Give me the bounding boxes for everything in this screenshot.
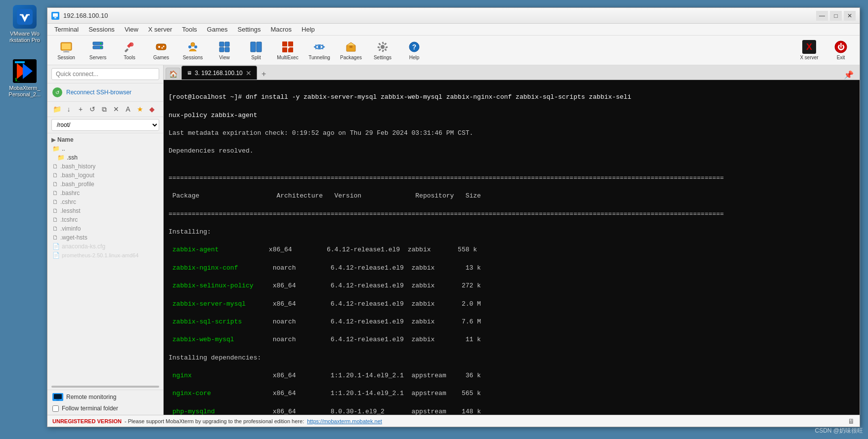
- terminal-line: ========================================…: [169, 174, 855, 183]
- terminal-line: Dependencies resolved.: [169, 147, 855, 156]
- toolbar-servers[interactable]: Servers: [83, 38, 113, 63]
- list-item[interactable]: 🗋 .bash_logout: [47, 171, 163, 180]
- follow-terminal: Follow terminal folder: [52, 405, 158, 412]
- toolbar-sessions[interactable]: Sessions: [178, 38, 208, 63]
- close-button[interactable]: ✕: [844, 11, 856, 21]
- svg-point-23: [162, 47, 163, 49]
- help-icon: ?: [407, 40, 421, 54]
- exit-icon: ⏻: [834, 40, 848, 54]
- remote-monitoring-label: Remote monitoring: [66, 394, 116, 400]
- maximize-button[interactable]: □: [830, 11, 842, 21]
- menu-terminal[interactable]: Terminal: [49, 25, 84, 34]
- list-item[interactable]: 🗋 .bash_history: [47, 162, 163, 171]
- reconnect-ssh-browser[interactable]: ↺ Reconnect SSH-browser: [47, 83, 163, 102]
- toolbar-settings[interactable]: Settings: [368, 38, 397, 63]
- vmware-icon-img: [13, 5, 37, 29]
- terminal-content[interactable]: [root@localhost ~]# dnf install -y zabbi…: [164, 80, 860, 415]
- list-item[interactable]: 📄 prometheus-2.50.1.linux-amd64: [47, 251, 163, 260]
- toolbar-exit[interactable]: ⏻ Exit: [826, 38, 856, 63]
- list-item[interactable]: 🗋 .bash_profile: [47, 180, 163, 189]
- toolbar-split[interactable]: Split: [241, 38, 271, 63]
- minimize-button[interactable]: —: [816, 11, 828, 21]
- remote-monitoring[interactable]: Remote monitoring: [52, 393, 158, 401]
- svg-rect-33: [282, 41, 287, 46]
- copy-icon[interactable]: ⧉: [99, 104, 110, 115]
- file-path-select[interactable]: /root/: [51, 119, 159, 131]
- download-icon[interactable]: ↓: [63, 104, 74, 115]
- terminal-line: ========================================…: [169, 210, 855, 219]
- terminal-line: Installing:: [169, 228, 855, 237]
- reconnect-label: Reconnect SSH-browser: [66, 89, 131, 96]
- terminal-line: zabbix-nginx-conf noarch 6.4.12-release1…: [169, 264, 855, 273]
- svg-rect-51: [54, 394, 62, 399]
- menu-tools[interactable]: Tools: [177, 25, 202, 34]
- sidebar-scrollbar[interactable]: [51, 386, 159, 388]
- status-message: - Please support MobaXterm by upgrading …: [125, 418, 304, 424]
- title-bar-controls: — □ ✕: [816, 11, 856, 21]
- mobaxterm-icon[interactable]: $_ MobaXterm_ Personal_2...: [5, 59, 44, 98]
- list-item[interactable]: 🗋 .cshrc: [47, 198, 163, 206]
- quick-connect-input[interactable]: [51, 68, 159, 80]
- vmware-icon[interactable]: VMware Wo rkstation Pro: [5, 5, 44, 43]
- toolbar-session[interactable]: Session: [51, 38, 81, 63]
- list-item[interactable]: 🗋 .viminfo: [47, 224, 163, 233]
- list-item[interactable]: 🗋 .lesshst: [47, 206, 163, 215]
- terminal-line: zabbix-server-mysql x86_64 6.4.12-releas…: [169, 300, 855, 309]
- terminal-line: zabbix-sql-scripts noarch 6.4.12-release…: [169, 318, 855, 326]
- tab-close-button[interactable]: ✕: [246, 69, 252, 77]
- list-item[interactable]: 🗋 .tcshrc: [47, 215, 163, 224]
- xserver-icon: X: [802, 40, 816, 54]
- toolbar-right: X X server ⏻ Exit: [794, 38, 856, 63]
- toolbar-games[interactable]: Games: [146, 38, 176, 63]
- terminal-line: [root@localhost ~]# dnf install -y zabbi…: [169, 93, 855, 102]
- list-item[interactable]: 🗋 .wget-hsts: [47, 233, 163, 242]
- list-item[interactable]: 📁 ..: [47, 144, 163, 153]
- menu-view[interactable]: View: [120, 25, 143, 34]
- svg-point-24: [191, 42, 195, 46]
- list-item[interactable]: 🗋 .bashrc: [47, 189, 163, 198]
- toolbar-help[interactable]: ? Help: [399, 38, 429, 63]
- status-unregistered: UNREGISTERED VERSION: [52, 418, 122, 424]
- svg-rect-7: [53, 13, 58, 17]
- menu-games[interactable]: Games: [202, 25, 233, 34]
- tab-home-button[interactable]: 🏠: [166, 68, 180, 80]
- menu-xserver[interactable]: X server: [143, 25, 177, 34]
- delete-icon[interactable]: ✕: [111, 104, 122, 115]
- menu-help[interactable]: Help: [297, 25, 320, 34]
- pin-icon[interactable]: ◆: [146, 104, 157, 115]
- toolbar-packages[interactable]: Packages: [336, 38, 366, 63]
- status-link[interactable]: https://mobaxterm.mobatek.net: [307, 418, 382, 424]
- menu-macros[interactable]: Macros: [265, 25, 297, 34]
- status-monitor-icon[interactable]: 🖥: [848, 417, 855, 425]
- terminal-line: zabbix-selinux-policy x86_64 6.4.12-rele…: [169, 281, 855, 290]
- svg-point-22: [163, 46, 165, 47]
- terminal-line: Installing dependencies:: [169, 354, 855, 362]
- svg-rect-10: [62, 43, 71, 49]
- toolbar-multiexec[interactable]: MultiExec: [273, 38, 303, 63]
- tab-bar: 🏠 🖥 3. 192.168.100.10 ✕ + 📌: [164, 65, 860, 80]
- list-item[interactable]: 📄 anaconda-ks.cfg: [47, 242, 163, 251]
- toolbar-view[interactable]: View: [210, 38, 239, 63]
- tab-add-button[interactable]: +: [258, 69, 270, 80]
- menu-settings[interactable]: Settings: [233, 25, 266, 34]
- toolbar-tunneling[interactable]: Tunneling: [304, 38, 334, 63]
- list-item[interactable]: 📁 .ssh: [47, 153, 163, 162]
- bookmark-icon[interactable]: ★: [134, 104, 145, 115]
- menu-sessions[interactable]: Sessions: [84, 25, 120, 34]
- svg-point-26: [194, 45, 197, 48]
- file-list-header: ▶ Name: [47, 135, 163, 144]
- tab-pin-icon[interactable]: 📌: [844, 70, 858, 80]
- monitor-icon: [52, 393, 63, 401]
- svg-rect-42: [349, 45, 352, 48]
- upload-icon[interactable]: 📁: [51, 104, 62, 115]
- toolbar-xserver[interactable]: X X server: [794, 38, 824, 63]
- svg-rect-8: [54, 17, 56, 18]
- follow-terminal-checkbox[interactable]: [52, 405, 59, 412]
- refresh-icon[interactable]: ↺: [87, 104, 98, 115]
- toolbar-tools[interactable]: Tools: [115, 38, 144, 63]
- new-folder-icon[interactable]: +: [75, 104, 86, 115]
- terminal-line: nginx-core x86_64 1:1.20.1-14.el9_2.1 ap…: [169, 389, 855, 398]
- svg-text:X: X: [806, 42, 812, 52]
- tab-192-168-100-10[interactable]: 🖥 3. 192.168.100.10 ✕: [181, 66, 257, 80]
- edit-icon[interactable]: A: [123, 104, 133, 115]
